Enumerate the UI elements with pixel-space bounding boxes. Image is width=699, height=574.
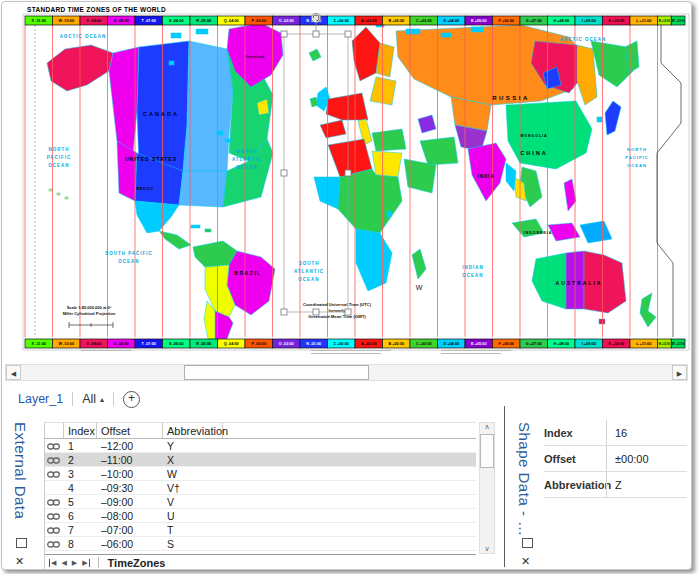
field-label: Abbreviation bbox=[544, 472, 606, 497]
nav-first-button[interactable]: ◀ bbox=[49, 559, 56, 567]
svg-text:OCEAN: OCEAN bbox=[462, 273, 483, 278]
close-panel-icon[interactable]: ✕ bbox=[521, 556, 530, 567]
layers-toolbar: Layer_1 All ▴ + bbox=[18, 388, 140, 410]
drawing-page[interactable]: STANDARD TIME ZONES OF THE WORLD bbox=[21, 3, 692, 359]
svg-text:K +10:00: K +10:00 bbox=[608, 342, 624, 346]
svg-text:INDIAN: INDIAN bbox=[462, 265, 484, 270]
svg-text:W: W bbox=[416, 284, 423, 291]
svg-text:V -09:00: V -09:00 bbox=[86, 342, 101, 346]
svg-text:R -05:00: R -05:00 bbox=[196, 19, 211, 23]
divider bbox=[98, 557, 99, 568]
cell-abbreviation: T bbox=[163, 524, 223, 536]
table-row[interactable]: 3–10:00W bbox=[45, 467, 476, 481]
filter-dropdown[interactable]: All ▴ bbox=[82, 392, 104, 406]
float-panel-icon[interactable] bbox=[16, 538, 27, 548]
field-label: Offset bbox=[544, 446, 606, 471]
table-row[interactable]: 6–08:00U bbox=[45, 509, 476, 523]
svg-text:SOUTH PACIFIC: SOUTH PACIFIC bbox=[105, 251, 153, 256]
close-panel-icon[interactable]: ✕ bbox=[15, 556, 24, 567]
svg-text:L +11:00: L +11:00 bbox=[636, 342, 651, 346]
svg-text:S -06:00: S -06:00 bbox=[169, 342, 184, 346]
cell-offset: –06:00 bbox=[97, 538, 163, 550]
svg-text:ATLANTIC: ATLANTIC bbox=[232, 157, 262, 162]
scroll-right-button[interactable]: ▶ bbox=[672, 365, 687, 380]
svg-text:OCEAN: OCEAN bbox=[48, 163, 69, 168]
horizontal-scrollbar[interactable]: ◀ ▶ bbox=[5, 364, 688, 381]
link-column-header bbox=[45, 423, 64, 438]
field-value[interactable]: 16 bbox=[606, 420, 687, 445]
abbreviation-column-header: Abbreviation bbox=[163, 423, 223, 438]
cell-abbreviation: Y bbox=[163, 440, 223, 452]
timezone-map[interactable]: STANDARD TIME ZONES OF THE WORLD bbox=[21, 3, 692, 359]
svg-text:W -10:00: W -10:00 bbox=[58, 342, 74, 346]
table-row[interactable]: 8–06:00S bbox=[45, 537, 476, 551]
svg-text:Z +00:00: Z +00:00 bbox=[334, 19, 349, 23]
link-icon bbox=[45, 440, 64, 452]
scroll-left-button[interactable]: ◀ bbox=[6, 365, 21, 380]
svg-text:X -11:00: X -11:00 bbox=[32, 19, 46, 23]
svg-text:I +09:00: I +09:00 bbox=[582, 19, 596, 23]
svg-text:Miller Cylindrical Projection: Miller Cylindrical Projection bbox=[63, 311, 116, 316]
divider bbox=[72, 392, 73, 406]
map-title: STANDARD TIME ZONES OF THE WORLD bbox=[27, 6, 166, 13]
sheet-tab-timezones[interactable]: TimeZones bbox=[108, 557, 166, 569]
scroll-down-icon[interactable]: ∨ bbox=[480, 545, 494, 553]
svg-text:D +04:00: D +04:00 bbox=[443, 19, 459, 23]
svg-text:MONGOLIA: MONGOLIA bbox=[520, 134, 547, 138]
svg-text:Q -04:00: Q -04:00 bbox=[224, 19, 239, 23]
cell-abbreviation: S bbox=[163, 538, 223, 550]
nav-prev-button[interactable]: ◀ bbox=[61, 559, 66, 567]
svg-text:B +02:00: B +02:00 bbox=[388, 342, 404, 346]
index-column-header: Index bbox=[64, 423, 97, 438]
table-vertical-scrollbar[interactable]: ∧ ∨ bbox=[479, 422, 495, 554]
scrollbar-track[interactable] bbox=[21, 365, 672, 380]
cell-abbreviation: W bbox=[163, 468, 223, 480]
link-icon bbox=[45, 496, 64, 508]
svg-text:B +02:00: B +02:00 bbox=[388, 19, 404, 23]
svg-text:SOUTH: SOUTH bbox=[299, 261, 320, 266]
cell-index: 8 bbox=[64, 538, 97, 550]
nav-next-button[interactable]: ▶ bbox=[72, 559, 77, 567]
field-label: Index bbox=[544, 420, 606, 445]
tab-layer-1[interactable]: Layer_1 bbox=[18, 392, 63, 406]
svg-text:A +01:00: A +01:00 bbox=[361, 19, 377, 23]
empty-column-header bbox=[223, 423, 476, 438]
svg-text:U -08:00: U -08:00 bbox=[114, 19, 129, 23]
table-row[interactable]: 7–07:00T bbox=[45, 523, 476, 537]
svg-text:F +06:00: F +06:00 bbox=[499, 19, 514, 23]
svg-text:MEXICO: MEXICO bbox=[137, 187, 154, 191]
svg-text:U -08:00: U -08:00 bbox=[114, 342, 129, 346]
add-button[interactable]: + bbox=[123, 391, 140, 408]
svg-text:OCEAN: OCEAN bbox=[236, 165, 257, 170]
field-value[interactable]: Z bbox=[606, 472, 687, 497]
cell-abbreviation: X bbox=[163, 454, 223, 466]
svg-text:N -01:00: N -01:00 bbox=[306, 342, 321, 346]
svg-text:PACIFIC: PACIFIC bbox=[625, 155, 648, 160]
table-row[interactable]: 4–09:30V† bbox=[45, 481, 476, 495]
scroll-up-icon[interactable]: ∧ bbox=[480, 423, 494, 431]
shape-data-row: Offset±00:00 bbox=[544, 446, 687, 472]
cell-offset: –11:00 bbox=[97, 454, 163, 466]
cell-offset: –09:30 bbox=[97, 482, 163, 494]
svg-text:ARCTIC OCEAN: ARCTIC OCEAN bbox=[60, 34, 107, 39]
table-row[interactable]: 1–12:00Y bbox=[45, 439, 476, 453]
svg-text:T -07:00: T -07:00 bbox=[142, 342, 156, 346]
divider bbox=[113, 392, 114, 406]
table-row[interactable]: 2–11:00X bbox=[45, 453, 476, 467]
float-panel-icon[interactable] bbox=[522, 538, 533, 548]
svg-text:G +07:00: G +07:00 bbox=[526, 19, 542, 23]
svg-text:V -09:00: V -09:00 bbox=[86, 19, 101, 23]
shape-data-row: AbbreviationZ bbox=[544, 472, 687, 498]
table-scrollbar-thumb[interactable] bbox=[480, 434, 494, 468]
svg-text:D +04:00: D +04:00 bbox=[443, 342, 459, 346]
svg-text:E +05:00: E +05:00 bbox=[471, 19, 487, 23]
field-value[interactable]: ±00:00 bbox=[606, 446, 687, 471]
table-row[interactable]: 5–09:00V bbox=[45, 495, 476, 509]
scrollbar-thumb[interactable] bbox=[184, 365, 369, 380]
table-header: Index Offset Abbreviation bbox=[45, 423, 476, 439]
external-data-table: Index Offset Abbreviation 1–12:00Y2–11:0… bbox=[44, 422, 476, 570]
cell-abbreviation: V bbox=[163, 496, 223, 508]
svg-text:ARCTIC OCEAN: ARCTIC OCEAN bbox=[560, 37, 607, 42]
cell-offset: –10:00 bbox=[97, 468, 163, 480]
nav-last-button[interactable]: ▶ bbox=[82, 559, 89, 567]
